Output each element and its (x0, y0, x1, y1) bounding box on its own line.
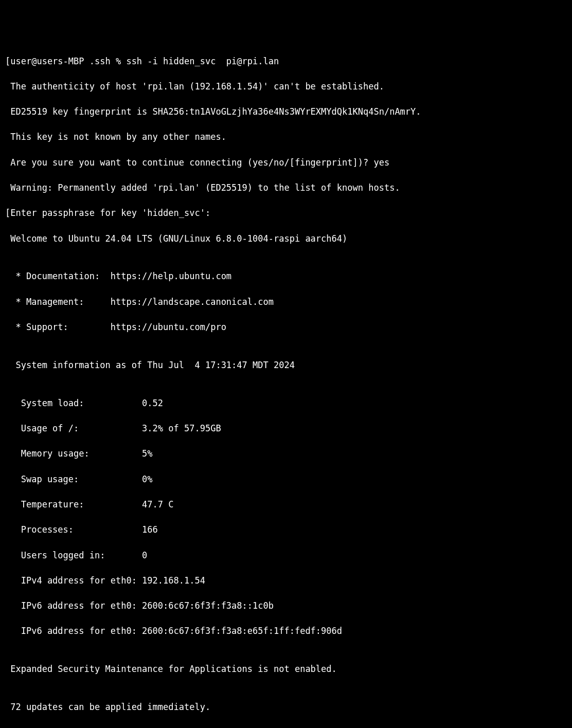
terminal-line: * Management: https://landscape.canonica… (5, 296, 567, 308)
terminal-line: Users logged in: 0 (5, 549, 567, 562)
terminal-line: Memory usage: 5% (5, 447, 567, 460)
terminal-line: Swap usage: 0% (5, 473, 567, 486)
terminal-line: System load: 0.52 (5, 397, 567, 410)
terminal-line: ED25519 key fingerprint is SHA256:tn1AVo… (5, 105, 567, 118)
terminal-line: IPv6 address for eth0: 2600:6c67:6f3f:f3… (5, 599, 567, 612)
terminal-line: The authenticity of host 'rpi.lan (192.1… (5, 80, 567, 93)
terminal-line: Expanded Security Maintenance for Applic… (5, 663, 567, 676)
terminal-line: Are you sure you want to continue connec… (5, 156, 567, 169)
terminal-line: Usage of /: 3.2% of 57.95GB (5, 422, 567, 435)
terminal-line: 72 updates can be applied immediately. (5, 701, 567, 714)
terminal-line: [user@users-MBP .ssh % ssh -i hidden_svc… (5, 55, 567, 68)
terminal-line: IPv4 address for eth0: 192.168.1.54 (5, 574, 567, 587)
terminal-line: IPv6 address for eth0: 2600:6c67:6f3f:f3… (5, 625, 567, 638)
terminal-line: Temperature: 47.7 C (5, 498, 567, 511)
terminal-line: 35 of these updates are standard securit… (5, 726, 567, 728)
terminal-line: Welcome to Ubuntu 24.04 LTS (GNU/Linux 6… (5, 232, 567, 245)
terminal-line: * Support: https://ubuntu.com/pro (5, 321, 567, 334)
terminal-line: Warning: Permanently added 'rpi.lan' (ED… (5, 181, 567, 194)
terminal-line: Processes: 166 (5, 523, 567, 536)
terminal-line: System information as of Thu Jul 4 17:31… (5, 359, 567, 372)
terminal-line: This key is not known by any other names… (5, 131, 567, 143)
terminal-line: * Documentation: https://help.ubuntu.com (5, 270, 567, 283)
terminal-line: [Enter passphrase for key 'hidden_svc': (5, 207, 567, 220)
